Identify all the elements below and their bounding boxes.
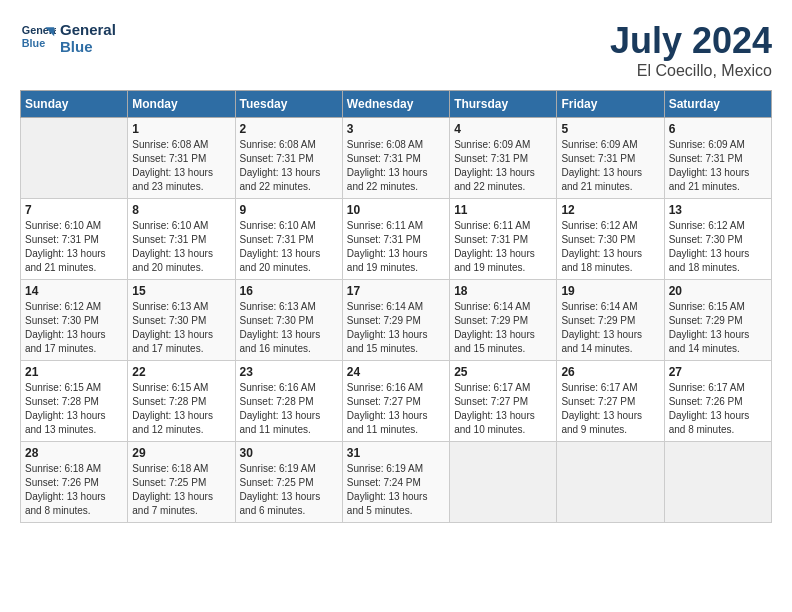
day-info: Sunrise: 6:15 AM Sunset: 7:28 PM Dayligh… [132, 381, 230, 437]
table-row: 31Sunrise: 6:19 AM Sunset: 7:24 PM Dayli… [342, 442, 449, 523]
calendar-week-row: 28Sunrise: 6:18 AM Sunset: 7:26 PM Dayli… [21, 442, 772, 523]
day-number: 2 [240, 122, 338, 136]
table-row: 16Sunrise: 6:13 AM Sunset: 7:30 PM Dayli… [235, 280, 342, 361]
svg-text:Blue: Blue [22, 37, 45, 49]
day-info: Sunrise: 6:17 AM Sunset: 7:27 PM Dayligh… [561, 381, 659, 437]
day-number: 1 [132, 122, 230, 136]
day-number: 21 [25, 365, 123, 379]
day-number: 28 [25, 446, 123, 460]
table-row: 19Sunrise: 6:14 AM Sunset: 7:29 PM Dayli… [557, 280, 664, 361]
calendar-header-row: Sunday Monday Tuesday Wednesday Thursday… [21, 91, 772, 118]
day-number: 15 [132, 284, 230, 298]
calendar-week-row: 7Sunrise: 6:10 AM Sunset: 7:31 PM Daylig… [21, 199, 772, 280]
day-info: Sunrise: 6:18 AM Sunset: 7:25 PM Dayligh… [132, 462, 230, 518]
table-row: 17Sunrise: 6:14 AM Sunset: 7:29 PM Dayli… [342, 280, 449, 361]
col-saturday: Saturday [664, 91, 771, 118]
day-number: 8 [132, 203, 230, 217]
table-row: 13Sunrise: 6:12 AM Sunset: 7:30 PM Dayli… [664, 199, 771, 280]
calendar-table: Sunday Monday Tuesday Wednesday Thursday… [20, 90, 772, 523]
table-row: 5Sunrise: 6:09 AM Sunset: 7:31 PM Daylig… [557, 118, 664, 199]
day-number: 12 [561, 203, 659, 217]
day-number: 18 [454, 284, 552, 298]
table-row: 22Sunrise: 6:15 AM Sunset: 7:28 PM Dayli… [128, 361, 235, 442]
table-row: 30Sunrise: 6:19 AM Sunset: 7:25 PM Dayli… [235, 442, 342, 523]
table-row: 3Sunrise: 6:08 AM Sunset: 7:31 PM Daylig… [342, 118, 449, 199]
table-row: 12Sunrise: 6:12 AM Sunset: 7:30 PM Dayli… [557, 199, 664, 280]
table-row: 20Sunrise: 6:15 AM Sunset: 7:29 PM Dayli… [664, 280, 771, 361]
day-info: Sunrise: 6:10 AM Sunset: 7:31 PM Dayligh… [132, 219, 230, 275]
table-row: 2Sunrise: 6:08 AM Sunset: 7:31 PM Daylig… [235, 118, 342, 199]
col-monday: Monday [128, 91, 235, 118]
col-sunday: Sunday [21, 91, 128, 118]
table-row: 25Sunrise: 6:17 AM Sunset: 7:27 PM Dayli… [450, 361, 557, 442]
table-row: 23Sunrise: 6:16 AM Sunset: 7:28 PM Dayli… [235, 361, 342, 442]
day-info: Sunrise: 6:09 AM Sunset: 7:31 PM Dayligh… [454, 138, 552, 194]
table-row: 28Sunrise: 6:18 AM Sunset: 7:26 PM Dayli… [21, 442, 128, 523]
day-info: Sunrise: 6:13 AM Sunset: 7:30 PM Dayligh… [240, 300, 338, 356]
table-row: 1Sunrise: 6:08 AM Sunset: 7:31 PM Daylig… [128, 118, 235, 199]
logo: General Blue General Blue [20, 20, 116, 56]
month-year-title: July 2024 [610, 20, 772, 62]
day-info: Sunrise: 6:12 AM Sunset: 7:30 PM Dayligh… [669, 219, 767, 275]
day-number: 19 [561, 284, 659, 298]
logo-text: General Blue [60, 21, 116, 55]
day-number: 26 [561, 365, 659, 379]
day-info: Sunrise: 6:08 AM Sunset: 7:31 PM Dayligh… [132, 138, 230, 194]
table-row: 21Sunrise: 6:15 AM Sunset: 7:28 PM Dayli… [21, 361, 128, 442]
page-header: General Blue General Blue July 2024 El C… [20, 20, 772, 80]
table-row: 4Sunrise: 6:09 AM Sunset: 7:31 PM Daylig… [450, 118, 557, 199]
title-area: July 2024 El Coecillo, Mexico [610, 20, 772, 80]
table-row: 24Sunrise: 6:16 AM Sunset: 7:27 PM Dayli… [342, 361, 449, 442]
day-number: 5 [561, 122, 659, 136]
day-number: 22 [132, 365, 230, 379]
day-info: Sunrise: 6:14 AM Sunset: 7:29 PM Dayligh… [454, 300, 552, 356]
table-row [557, 442, 664, 523]
day-number: 25 [454, 365, 552, 379]
table-row: 8Sunrise: 6:10 AM Sunset: 7:31 PM Daylig… [128, 199, 235, 280]
day-info: Sunrise: 6:19 AM Sunset: 7:25 PM Dayligh… [240, 462, 338, 518]
day-number: 7 [25, 203, 123, 217]
day-number: 6 [669, 122, 767, 136]
day-number: 23 [240, 365, 338, 379]
day-info: Sunrise: 6:14 AM Sunset: 7:29 PM Dayligh… [561, 300, 659, 356]
day-info: Sunrise: 6:11 AM Sunset: 7:31 PM Dayligh… [454, 219, 552, 275]
day-number: 31 [347, 446, 445, 460]
day-number: 27 [669, 365, 767, 379]
table-row [21, 118, 128, 199]
table-row: 15Sunrise: 6:13 AM Sunset: 7:30 PM Dayli… [128, 280, 235, 361]
logo-icon: General Blue [20, 20, 56, 56]
day-number: 29 [132, 446, 230, 460]
table-row [450, 442, 557, 523]
table-row: 26Sunrise: 6:17 AM Sunset: 7:27 PM Dayli… [557, 361, 664, 442]
day-info: Sunrise: 6:09 AM Sunset: 7:31 PM Dayligh… [669, 138, 767, 194]
day-info: Sunrise: 6:09 AM Sunset: 7:31 PM Dayligh… [561, 138, 659, 194]
day-number: 10 [347, 203, 445, 217]
day-info: Sunrise: 6:14 AM Sunset: 7:29 PM Dayligh… [347, 300, 445, 356]
day-number: 20 [669, 284, 767, 298]
day-info: Sunrise: 6:15 AM Sunset: 7:28 PM Dayligh… [25, 381, 123, 437]
day-info: Sunrise: 6:08 AM Sunset: 7:31 PM Dayligh… [347, 138, 445, 194]
day-info: Sunrise: 6:12 AM Sunset: 7:30 PM Dayligh… [561, 219, 659, 275]
calendar-week-row: 14Sunrise: 6:12 AM Sunset: 7:30 PM Dayli… [21, 280, 772, 361]
day-number: 17 [347, 284, 445, 298]
day-number: 3 [347, 122, 445, 136]
day-info: Sunrise: 6:17 AM Sunset: 7:26 PM Dayligh… [669, 381, 767, 437]
day-info: Sunrise: 6:10 AM Sunset: 7:31 PM Dayligh… [25, 219, 123, 275]
day-info: Sunrise: 6:16 AM Sunset: 7:27 PM Dayligh… [347, 381, 445, 437]
calendar-week-row: 21Sunrise: 6:15 AM Sunset: 7:28 PM Dayli… [21, 361, 772, 442]
table-row: 7Sunrise: 6:10 AM Sunset: 7:31 PM Daylig… [21, 199, 128, 280]
col-tuesday: Tuesday [235, 91, 342, 118]
table-row: 9Sunrise: 6:10 AM Sunset: 7:31 PM Daylig… [235, 199, 342, 280]
day-info: Sunrise: 6:15 AM Sunset: 7:29 PM Dayligh… [669, 300, 767, 356]
day-number: 16 [240, 284, 338, 298]
day-info: Sunrise: 6:12 AM Sunset: 7:30 PM Dayligh… [25, 300, 123, 356]
table-row: 11Sunrise: 6:11 AM Sunset: 7:31 PM Dayli… [450, 199, 557, 280]
day-info: Sunrise: 6:13 AM Sunset: 7:30 PM Dayligh… [132, 300, 230, 356]
table-row: 29Sunrise: 6:18 AM Sunset: 7:25 PM Dayli… [128, 442, 235, 523]
day-info: Sunrise: 6:10 AM Sunset: 7:31 PM Dayligh… [240, 219, 338, 275]
day-number: 24 [347, 365, 445, 379]
day-number: 14 [25, 284, 123, 298]
day-number: 13 [669, 203, 767, 217]
table-row: 18Sunrise: 6:14 AM Sunset: 7:29 PM Dayli… [450, 280, 557, 361]
day-number: 30 [240, 446, 338, 460]
